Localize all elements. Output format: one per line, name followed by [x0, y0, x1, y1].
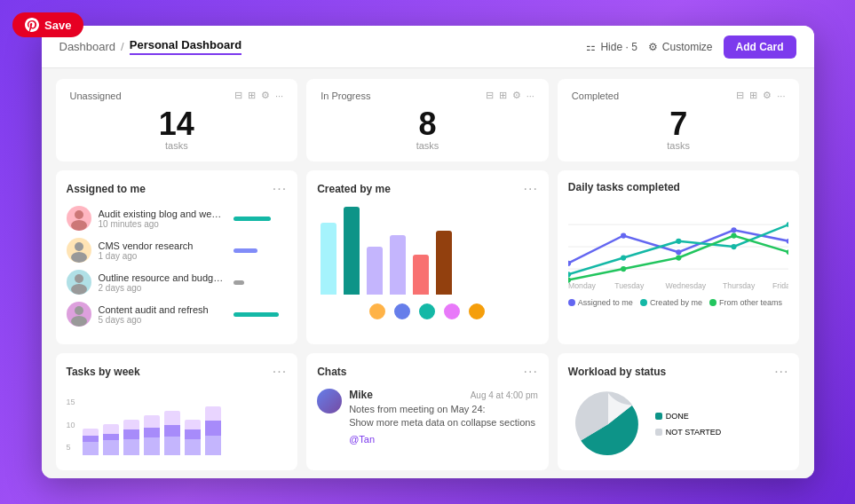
svg-point-25: [786, 249, 788, 255]
expand-icon-3[interactable]: ⊞: [749, 90, 757, 101]
bar-fill: [413, 255, 429, 295]
more-icon[interactable]: ···: [275, 91, 283, 101]
expand-icon[interactable]: ⊞: [248, 90, 256, 101]
hide-button[interactable]: ⚏ Hide · 5: [586, 41, 637, 53]
main-container: Dashboard / Personal Dashboard ⚏ Hide · …: [42, 26, 814, 478]
task-avatar: [67, 302, 91, 327]
bar-group: [367, 247, 383, 295]
bar-group: [344, 207, 360, 295]
chat-name: Mike: [349, 389, 373, 401]
chats-more-button[interactable]: ···: [523, 364, 537, 380]
workload-content: DONE NOT STARTED: [568, 389, 789, 460]
bottom-row: Tasks by week ··· 15 10 5: [56, 353, 800, 470]
stat-unassigned-count: 14: [70, 108, 284, 140]
middle-row: Assigned to me ··· Audit existing blog a…: [56, 170, 800, 344]
not-started-text: NOT STARTED: [666, 428, 722, 437]
settings-icon-3[interactable]: ⚙: [763, 90, 772, 101]
stat-unassigned: Unassigned ⊟ ⊞ ⚙ ··· 14 tasks: [56, 79, 298, 161]
task-avatar: [67, 206, 91, 231]
week-bar-bot: [103, 440, 119, 455]
chats-widget: Chats ··· Mike Aug 4 at 4:00 pm Notes fr…: [306, 353, 549, 470]
tasks-by-week-widget: Tasks by week ··· 15 10 5: [56, 353, 298, 470]
week-bar-bot: [123, 439, 139, 455]
stat-completed-label: Completed: [572, 91, 619, 101]
legend-item: Assigned to me: [568, 298, 633, 307]
created-avatar: [417, 302, 437, 321]
week-bar-bot: [164, 437, 180, 455]
stat-inprogress-count: 8: [321, 108, 534, 140]
svg-point-0: [75, 210, 83, 219]
bar-group: [321, 223, 336, 295]
week-bar-bot: [144, 437, 160, 455]
task-time: 1 day ago: [99, 251, 227, 261]
task-item: Audit existing blog and website 10 minut…: [67, 206, 288, 231]
task-progress-bar: [234, 312, 279, 317]
expand-icon-2[interactable]: ⊞: [499, 90, 507, 101]
svg-point-23: [676, 255, 681, 260]
save-label: Save: [44, 19, 71, 32]
svg-point-14: [731, 227, 736, 232]
bar-group: [413, 255, 429, 295]
daily-tasks-title: Daily tasks completed: [568, 181, 680, 193]
week-bar-mid: [123, 429, 139, 439]
task-avatar: [67, 238, 91, 263]
workload-widget-title: Workload by status: [568, 366, 666, 378]
task-time: 10 minutes ago: [99, 219, 227, 229]
task-name: Audit existing blog and website: [99, 209, 227, 219]
workload-more-button[interactable]: ···: [774, 364, 788, 380]
top-nav: Dashboard / Personal Dashboard ⚏ Hide · …: [42, 26, 814, 68]
customize-label: Customize: [662, 41, 713, 53]
assigned-more-button[interactable]: ···: [273, 181, 287, 197]
week-bar-group: [164, 398, 180, 455]
daily-chart-legend: Assigned to meCreated by meFrom other te…: [568, 298, 789, 307]
week-more-button[interactable]: ···: [273, 364, 287, 380]
week-bar-group: [83, 398, 99, 455]
created-more-button[interactable]: ···: [523, 181, 537, 197]
svg-point-6: [75, 306, 83, 315]
settings-icon[interactable]: ⚙: [261, 90, 270, 101]
week-bar-top: [123, 420, 139, 429]
svg-text:Thursday: Thursday: [723, 281, 756, 290]
filter-icon-3[interactable]: ⊟: [736, 90, 744, 101]
bar-group: [390, 235, 406, 295]
assigned-to-me-widget: Assigned to me ··· Audit existing blog a…: [56, 170, 298, 344]
hide-label: Hide · 5: [600, 41, 637, 53]
stat-unassigned-sublabel: tasks: [70, 140, 284, 151]
week-bar-group: [205, 398, 221, 455]
settings-icon-2[interactable]: ⚙: [512, 90, 521, 101]
save-button[interactable]: Save: [12, 12, 83, 37]
task-progress-bar: [234, 217, 271, 221]
chat-mention[interactable]: @Tan: [349, 434, 538, 445]
breadcrumb-parent[interactable]: Dashboard: [59, 40, 116, 53]
svg-point-17: [621, 255, 626, 260]
stats-row: Unassigned ⊟ ⊞ ⚙ ··· 14 tasks In Progres…: [56, 79, 800, 161]
more-icon-2[interactable]: ···: [526, 91, 534, 101]
chat-avatar: [317, 389, 342, 413]
svg-point-22: [621, 266, 626, 272]
customize-button[interactable]: ⚙ Customize: [648, 41, 713, 53]
more-icon-3[interactable]: ···: [777, 91, 785, 101]
week-widget-title: Tasks by week: [67, 366, 140, 378]
week-bar-top: [185, 420, 201, 429]
chat-item: Mike Aug 4 at 4:00 pm Notes from meeting…: [317, 389, 538, 445]
bar-fill: [344, 207, 360, 295]
legend-dot: [640, 299, 647, 306]
filter-icon-2[interactable]: ⊟: [486, 90, 494, 101]
workload-pie-chart: [568, 389, 648, 460]
week-bar-top: [205, 406, 221, 421]
week-chart-area: 15 10 5: [67, 389, 288, 455]
bar-fill: [436, 231, 452, 295]
nav-actions: ⚏ Hide · 5 ⚙ Customize Add Card: [586, 35, 796, 59]
task-time: 2 days ago: [99, 283, 227, 293]
week-y-15: 15: [67, 398, 75, 406]
add-card-button[interactable]: Add Card: [724, 35, 796, 59]
add-card-label: Add Card: [736, 41, 784, 53]
filter-icon[interactable]: ⊟: [234, 90, 242, 101]
week-bar-mid: [185, 429, 201, 439]
task-progress-bar: [234, 248, 257, 253]
created-bar-chart: [317, 206, 538, 295]
week-bar-mid: [144, 428, 160, 437]
task-bar-wrap: [234, 248, 287, 253]
stat-inprogress: In Progress ⊟ ⊞ ⚙ ··· 8 tasks: [306, 79, 549, 161]
week-bar-group: [144, 398, 160, 455]
